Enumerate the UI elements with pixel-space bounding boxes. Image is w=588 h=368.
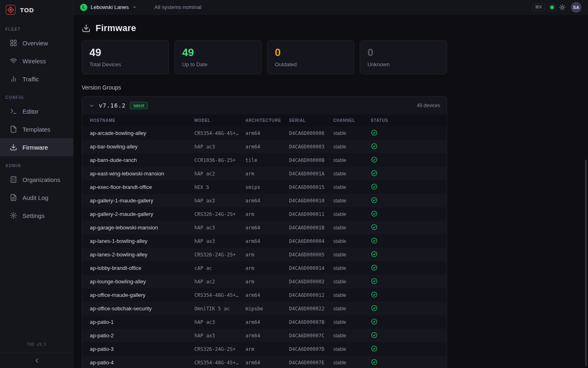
sidebar-item-label: Organizations bbox=[22, 176, 60, 183]
cell-model: CRS326-24G-2S+ bbox=[194, 211, 245, 217]
device-row[interactable]: ap-garage-lebowski-mansionhAP ac3arm64D4… bbox=[82, 221, 447, 234]
cell-channel: stable bbox=[333, 130, 371, 136]
chevron-down-icon bbox=[132, 4, 137, 10]
device-row[interactable]: ap-patio-3CRS326-24G-2S+armD4CA6D00007Ds… bbox=[82, 342, 447, 356]
cell-model: OmniTIK 5 ac bbox=[194, 306, 245, 312]
check-circle-icon bbox=[371, 170, 378, 177]
cell-status bbox=[371, 291, 447, 299]
version-group-header[interactable]: v7.16.2 latest 49 devices bbox=[82, 96, 447, 114]
device-row[interactable]: ap-patio-4CRS354-48G-4S+…arm64D4CA6D0000… bbox=[82, 356, 447, 368]
cell-serial: D4CA6D000006 bbox=[289, 130, 333, 136]
sidebar-item-editor[interactable]: Editor bbox=[0, 102, 73, 120]
column-header-serial: SERIAL bbox=[289, 118, 333, 123]
sidebar-item-settings[interactable]: Settings bbox=[0, 206, 73, 224]
sidebar-item-wireless[interactable]: Wireless bbox=[0, 52, 73, 70]
cell-model: CRS354-48G-4S+… bbox=[194, 360, 245, 366]
chart-icon bbox=[10, 75, 17, 83]
cell-status bbox=[371, 129, 447, 137]
sidebar-item-templates[interactable]: Templates bbox=[0, 120, 73, 138]
device-row[interactable]: ap-gallery-1-maude-galleryhAP ax3arm64D4… bbox=[82, 194, 447, 207]
cell-channel: stable bbox=[333, 252, 371, 258]
sidebar-item-label: Wireless bbox=[22, 58, 46, 65]
org-avatar: L bbox=[80, 4, 87, 11]
device-row[interactable]: ap-lanes-2-bowling-alleyCRS326-24G-2S+ar… bbox=[82, 248, 447, 261]
device-row[interactable]: ap-exec-floor-brandt-officehEX SsmipsD4C… bbox=[82, 180, 447, 194]
cell-channel: stable bbox=[333, 333, 371, 339]
cell-hostname: ap-gallery-2-maude-gallery bbox=[90, 211, 194, 217]
device-row[interactable]: ap-east-wing-lebowski-mansionhAP ac2armD… bbox=[82, 167, 447, 180]
grid-icon bbox=[10, 39, 17, 47]
device-row[interactable]: ap-lounge-bowling-alleyhAP ac2armD4CA6D0… bbox=[82, 275, 447, 288]
cell-architecture: arm64 bbox=[245, 225, 289, 231]
cell-architecture: arm64 bbox=[245, 198, 289, 204]
device-row[interactable]: ap-patio-1hAP ac3arm64D4CA6D00007Bstable bbox=[82, 315, 447, 329]
command-palette-shortcut[interactable]: ⌘K bbox=[532, 3, 545, 11]
cell-status bbox=[371, 183, 447, 191]
cell-serial: D4CA6D00007E bbox=[289, 360, 333, 366]
org-switcher[interactable]: L Lebowski Lanes bbox=[80, 4, 137, 11]
cell-hostname: ap-office-maude-gallery bbox=[90, 292, 194, 298]
cell-architecture: arm64 bbox=[245, 319, 289, 325]
device-row[interactable]: ap-lanes-1-bowling-alleyhAP ax3arm64D4CA… bbox=[82, 234, 447, 248]
system-status: All systems nominal bbox=[154, 4, 201, 10]
column-header-status: STATUS bbox=[371, 118, 447, 123]
sidebar-item-organizations[interactable]: Organizations bbox=[0, 171, 73, 188]
cell-hostname: ap-garage-lebowski-mansion bbox=[90, 224, 194, 231]
sidebar-item-label: Settings bbox=[22, 212, 45, 219]
device-row[interactable]: ap-lobby-brandt-officecAP acarmD4CA6D000… bbox=[82, 261, 447, 275]
cell-architecture: arm bbox=[245, 252, 289, 258]
scrollbar-thumb[interactable] bbox=[585, 159, 587, 366]
page-header: Firmware bbox=[82, 23, 588, 34]
device-row[interactable]: ap-bar-bowling-alleyhAP ac3arm64D4CA6D00… bbox=[82, 140, 447, 153]
sidebar-footer: TOD v9.5 bbox=[0, 342, 73, 368]
device-row[interactable]: ap-office-sobchak-securityOmniTIK 5 acmi… bbox=[82, 302, 447, 315]
cell-architecture: arm64 bbox=[245, 130, 289, 136]
cell-serial: D4CA6D000002 bbox=[289, 279, 333, 285]
device-table: ap-arcade-bowling-alleyCRS354-48G-4S+…ar… bbox=[82, 126, 447, 368]
cell-serial: D4CA6D000010 bbox=[289, 198, 333, 204]
device-row[interactable]: ap-barn-dude-ranchCCR1036-8G-2S+tileD4CA… bbox=[82, 153, 447, 167]
cell-architecture: arm64 bbox=[245, 238, 289, 244]
cell-channel: stable bbox=[333, 279, 371, 285]
org-name: Lebowski Lanes bbox=[91, 4, 129, 10]
cell-status bbox=[371, 170, 447, 178]
tod-logo-icon bbox=[5, 4, 16, 15]
cell-status bbox=[371, 332, 447, 340]
device-row[interactable]: ap-office-maude-galleryCRS354-48G-4S+…ar… bbox=[82, 288, 447, 302]
cell-serial: D4CA6D00001B bbox=[289, 225, 333, 231]
cell-architecture: tile bbox=[245, 157, 289, 163]
cell-model: cAP ac bbox=[194, 265, 245, 271]
sidebar: TOD FLEETOverviewWirelessTrafficCONFIGEd… bbox=[0, 0, 74, 368]
cell-hostname: ap-gallery-1-maude-gallery bbox=[90, 197, 194, 204]
sidebar-collapse-button[interactable] bbox=[0, 352, 73, 368]
stat-value: 49 bbox=[89, 46, 161, 59]
cell-status bbox=[371, 264, 447, 272]
column-header-channel: CHANNEL bbox=[333, 118, 371, 123]
cell-architecture: arm64 bbox=[245, 333, 289, 339]
sidebar-item-overview[interactable]: Overview bbox=[0, 34, 73, 52]
check-circle-icon bbox=[371, 143, 378, 150]
theme-toggle-sun-icon[interactable] bbox=[559, 4, 566, 11]
sidebar-item-firmware[interactable]: Firmware bbox=[0, 138, 73, 156]
device-row[interactable]: ap-patio-2hAP ax3arm64D4CA6D00007Cstable bbox=[82, 329, 447, 342]
check-circle-icon bbox=[371, 318, 378, 325]
cell-hostname: ap-east-wing-lebowski-mansion bbox=[90, 171, 194, 177]
sidebar-nav: FLEETOverviewWirelessTrafficCONFIGEditor… bbox=[0, 20, 73, 224]
section-title: Version Groups bbox=[82, 84, 588, 91]
device-row[interactable]: ap-arcade-bowling-alleyCRS354-48G-4S+…ar… bbox=[82, 126, 447, 140]
sidebar-item-traffic[interactable]: Traffic bbox=[0, 70, 73, 88]
device-row[interactable]: ap-gallery-2-maude-galleryCRS326-24G-2S+… bbox=[82, 207, 447, 221]
stat-card-up-to-date: 49Up to Date bbox=[174, 40, 262, 74]
stat-label: Total Devices bbox=[89, 61, 161, 67]
check-circle-icon bbox=[371, 183, 378, 190]
cell-architecture: arm bbox=[245, 211, 289, 217]
sidebar-item-audit-log[interactable]: Audit Log bbox=[0, 188, 73, 206]
cell-model: hAP ac2 bbox=[194, 279, 245, 285]
cell-model: hEX S bbox=[194, 184, 245, 190]
app-header: TOD bbox=[0, 0, 73, 20]
cell-channel: stable bbox=[333, 238, 371, 244]
user-avatar[interactable]: SA bbox=[571, 2, 581, 13]
check-circle-icon bbox=[371, 156, 378, 163]
cell-model: hAP ac3 bbox=[194, 144, 245, 150]
version-label: v7.16.2 bbox=[99, 102, 126, 109]
